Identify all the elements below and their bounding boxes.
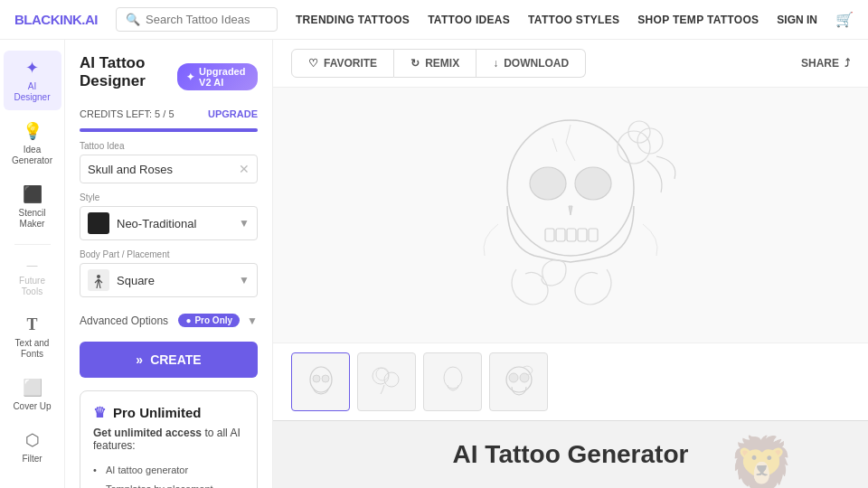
idea-generator-icon: 💡 (23, 121, 42, 141)
svg-rect-7 (578, 229, 587, 241)
sidebar: ✦ AI Designer 💡 Idea Generator ⬛ Stencil… (0, 40, 65, 488)
bottom-section: AI Tattoo Generator 🦁 (273, 420, 868, 488)
advanced-options-label: Advanced Options (80, 314, 168, 327)
svg-rect-8 (589, 229, 598, 241)
sidebar-item-cover-up[interactable]: ⬜ Cover Up (4, 371, 61, 419)
feature-1: AI tattoo generator (93, 461, 244, 480)
pro-only-badge: ● Pro Only (178, 314, 240, 327)
style-name: Neo-Traditional (117, 217, 196, 230)
stencil-maker-icon: ⬛ (23, 184, 42, 204)
nav-links: TRENDING TATTOOS TATTOO IDEAS TATTOO STY… (296, 11, 854, 28)
nav-trending[interactable]: TRENDING TATTOOS (296, 14, 410, 26)
upgrade-badge[interactable]: ✦ Upgraded V2 AI (177, 63, 258, 90)
remix-button[interactable]: ↻ REMIX (394, 49, 476, 78)
credits-text: CREDITS LEFT: 5 / 5 (80, 108, 175, 119)
advanced-options-right: ● Pro Only ▼ (178, 314, 258, 327)
upgrade-badge-label: Upgraded V2 AI (199, 66, 249, 88)
nav-shop[interactable]: SHOP TEMP TATTOOS (637, 14, 759, 26)
svg-point-9 (618, 131, 650, 164)
cart-icon[interactable]: 🛒 (835, 11, 854, 28)
credits-bar (80, 128, 258, 132)
pro-features-list: AI tattoo generator Templates by placeme… (93, 461, 244, 488)
sidebar-label-text-fonts: Text and Fonts (9, 338, 56, 360)
sidebar-label-cover-up: Cover Up (13, 401, 51, 412)
create-icon: » (136, 352, 143, 367)
tattoo-idea-input[interactable] (88, 163, 239, 176)
pro-box-title: ♛ Pro Unlimited (93, 404, 244, 421)
thumbnail-3[interactable] (423, 352, 482, 411)
ai-designer-icon: ✦ (25, 58, 39, 78)
thumbnail-1[interactable] (291, 352, 350, 411)
tattoo-idea-input-wrapper[interactable]: ✕ (80, 155, 258, 183)
sidebar-item-filter[interactable]: ⬡ Filter (4, 423, 61, 472)
style-field-group: Style Neo-Traditional ▼ (80, 192, 258, 240)
filter-icon: ⬡ (25, 430, 40, 450)
thumbnail-2[interactable] (357, 352, 416, 411)
sidebar-item-ai-designer[interactable]: ✦ AI Designer (4, 51, 61, 110)
style-selector[interactable]: Neo-Traditional ▼ (80, 206, 258, 240)
nav-styles[interactable]: TATTOO STYLES (528, 14, 619, 26)
download-button[interactable]: ↓ DOWNLOAD (476, 49, 586, 78)
main-layout: ✦ AI Designer 💡 Idea Generator ⬛ Stencil… (0, 40, 868, 488)
advanced-options-row[interactable]: Advanced Options ● Pro Only ▼ (80, 306, 258, 334)
sidebar-item-text-fonts[interactable]: T Text and Fonts (4, 308, 61, 367)
action-bar: ♡ FAVORITE ↻ REMIX ↓ DOWNLOAD SHARE ⤴ (273, 40, 868, 88)
svg-point-3 (575, 167, 611, 200)
favorite-label: FAVORITE (324, 57, 377, 70)
share-label: SHARE (801, 57, 839, 70)
style-field-left: Neo-Traditional (88, 212, 196, 234)
svg-point-15 (373, 368, 389, 384)
designer-title: AI Tattoo Designer (80, 54, 177, 90)
favorite-button[interactable]: ♡ FAVORITE (291, 49, 394, 78)
feature-2: Templates by placement (sleeves, body pa… (93, 480, 244, 489)
sidebar-label-ai-designer: AI Designer (9, 81, 56, 103)
svg-point-22 (509, 373, 518, 382)
placement-chevron-icon: ▼ (239, 274, 250, 286)
sidebar-label-future-tools: Future Tools (9, 276, 56, 297)
sidebar-item-future-tools: — Future Tools (4, 252, 61, 305)
thumbnail-4[interactable] (489, 352, 548, 411)
share-button[interactable]: SHARE ⤴ (801, 57, 850, 70)
placement-selector[interactable]: Square ▼ (80, 263, 258, 297)
remix-label: REMIX (425, 57, 459, 70)
preview-area (273, 88, 868, 343)
nav-ideas[interactable]: TATTOO IDEAS (428, 14, 510, 26)
logo-suffix: .AI (81, 12, 98, 27)
title-row: AI Tattoo Designer ✦ Upgraded V2 AI (80, 54, 258, 99)
sidebar-item-stencil-maker[interactable]: ⬛ Stencil Maker (4, 177, 61, 237)
text-fonts-icon: T (26, 315, 37, 334)
style-swatch (88, 212, 109, 234)
placement-icon (88, 269, 109, 291)
placement-left: Square (88, 269, 155, 291)
search-input[interactable] (146, 13, 268, 26)
svg-point-13 (313, 375, 320, 382)
download-icon: ↓ (493, 57, 498, 70)
credits-row: CREDITS LEFT: 5 / 5 UPGRADE (80, 108, 258, 119)
future-tools-icon: — (27, 259, 38, 272)
action-buttons: ♡ FAVORITE ↻ REMIX ↓ DOWNLOAD (291, 49, 586, 78)
svg-point-0 (97, 275, 100, 278)
sparkle-icon: ✦ (186, 71, 194, 83)
svg-point-2 (530, 167, 566, 200)
download-label: DOWNLOAD (504, 57, 569, 70)
create-button[interactable]: » CREATE (80, 342, 258, 378)
bottom-title: AI Tattoo Generator (453, 440, 689, 469)
content: AI Tattoo Designer ✦ Upgraded V2 AI CRED… (65, 40, 868, 488)
bottom-bg-decoration: 🦁 (728, 433, 796, 488)
placement-label: Body Part / Placement (80, 249, 258, 259)
svg-point-1 (507, 120, 634, 256)
sidebar-item-idea-generator[interactable]: 💡 Idea Generator (4, 114, 61, 174)
pro-unlimited-box: ♛ Pro Unlimited Get unlimited access to … (80, 390, 258, 488)
sign-in-button[interactable]: SIGN IN (777, 14, 817, 26)
svg-point-14 (322, 375, 329, 382)
svg-rect-5 (556, 229, 565, 241)
placement-name: Square (117, 274, 155, 287)
tattoo-idea-field-group: Tattoo Idea ✕ (80, 141, 258, 183)
search-icon: 🔍 (126, 13, 140, 26)
search-bar[interactable]: 🔍 (116, 7, 278, 32)
pro-only-label: Pro Only (194, 315, 232, 325)
clear-icon[interactable]: ✕ (239, 162, 250, 176)
pro-dot-icon: ● (185, 315, 191, 325)
upgrade-link[interactable]: UPGRADE (208, 108, 258, 119)
logo: BLACKINK.AI (14, 12, 98, 27)
